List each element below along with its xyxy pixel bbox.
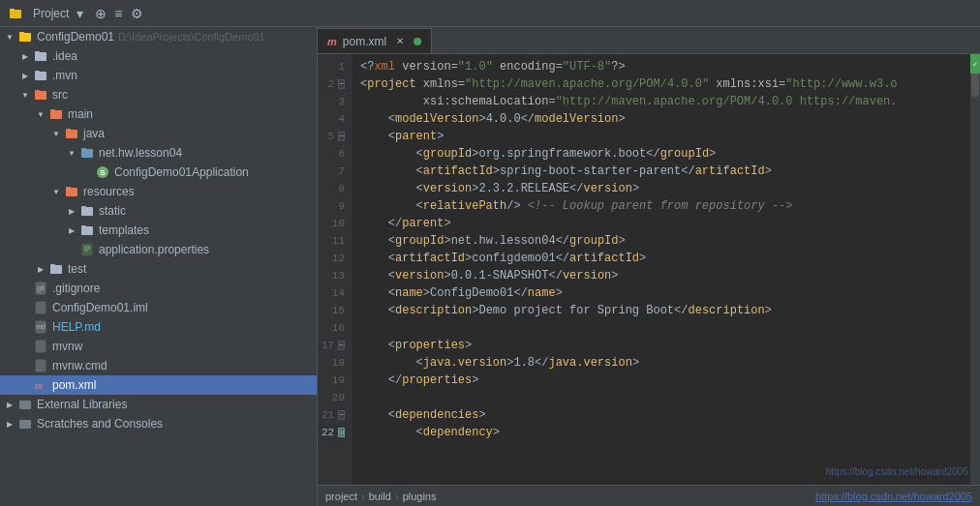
mvn-folder-icon xyxy=(33,68,48,83)
sidebar-root[interactable]: ConfigDemo01 D:\IdeaProjects\ConfigDemo0… xyxy=(0,27,317,46)
scratches-arrow xyxy=(2,416,17,432)
fold-5-icon[interactable]: − xyxy=(338,132,345,141)
app-class-label: ConfigDemo01Application xyxy=(114,165,249,179)
code-line-20 xyxy=(360,389,963,406)
svg-rect-14 xyxy=(81,149,93,158)
static-arrow xyxy=(64,203,79,219)
sidebar-item-main[interactable]: main xyxy=(0,104,317,124)
sidebar-item-app-class[interactable]: S ConfigDemo01Application xyxy=(0,163,317,182)
sidebar-item-templates[interactable]: templates xyxy=(0,221,317,240)
gitignore-label: .gitignore xyxy=(52,282,100,295)
tab-close-icon[interactable]: ✕ xyxy=(396,36,404,46)
sidebar-item-external[interactable]: External Libraries xyxy=(0,395,317,414)
code-line-4: <modelVersion>4.0.0</modelVersion> xyxy=(360,110,963,128)
sidebar-item-src[interactable]: src xyxy=(0,85,317,104)
green-check-icon xyxy=(413,38,421,45)
gutter-4: 4 xyxy=(318,110,347,128)
sidebar-item-test[interactable]: test xyxy=(0,259,317,279)
sidebar-item-iml[interactable]: ConfigDemo01.iml xyxy=(0,298,317,317)
svg-rect-24 xyxy=(82,244,92,255)
watermark-link[interactable]: https://blog.csdn.net/howard2005 xyxy=(815,491,972,502)
svg-rect-13 xyxy=(66,129,71,131)
mvnwcmd-label: mvnw.cmd xyxy=(52,359,107,372)
code-line-7: <artifactId>spring-boot-starter-parent</… xyxy=(360,163,963,180)
code-editor: 1 2− 3 4 5− 6 7 8 9 10 11 12 13 14 15 16 xyxy=(318,54,980,485)
svg-rect-1 xyxy=(10,9,15,11)
status-bar: project › build › plugins https://blog.c… xyxy=(318,485,980,506)
pom-tab[interactable]: m pom.xml ✕ xyxy=(318,28,432,53)
package-icon xyxy=(79,145,95,161)
root-arrow xyxy=(2,29,17,45)
gutter-19: 19 xyxy=(318,372,347,389)
svg-rect-20 xyxy=(81,207,93,216)
svg-rect-21 xyxy=(81,206,86,208)
resources-label: resources xyxy=(83,185,135,198)
mvnw-icon xyxy=(33,339,48,354)
gutter-14: 14 xyxy=(318,284,347,302)
spring-class-icon: S xyxy=(95,164,110,180)
sidebar-item-mvn[interactable]: .mvn xyxy=(0,66,317,85)
app-props-label: application.properties xyxy=(99,243,209,256)
help-label: HELP.md xyxy=(52,320,101,334)
tab-xml-icon: m xyxy=(327,36,337,47)
fold-22-icon[interactable]: ◎ xyxy=(338,428,345,437)
src-arrow xyxy=(17,87,33,103)
gutter-9: 9 xyxy=(318,197,347,215)
templates-folder-icon xyxy=(79,223,95,238)
sidebar-item-gitignore[interactable]: git .gitignore xyxy=(0,279,317,298)
mvnwcmd-icon xyxy=(33,358,48,373)
sidebar-item-pom[interactable]: m pom.xml xyxy=(0,375,317,395)
sidebar-item-java[interactable]: java xyxy=(0,124,317,143)
layout-icon[interactable]: ≡ xyxy=(112,4,124,23)
sidebar-item-app-props[interactable]: application.properties xyxy=(0,240,317,259)
test-arrow xyxy=(33,261,48,277)
code-content[interactable]: <?xml version="1.0" encoding="UTF-8"?> <… xyxy=(352,54,970,485)
svg-rect-8 xyxy=(35,91,46,100)
fold-17-icon[interactable]: − xyxy=(338,341,345,350)
svg-rect-15 xyxy=(81,148,86,150)
green-tick-icon: ✓ xyxy=(970,54,980,74)
svg-text:md: md xyxy=(36,323,46,330)
tab-label: pom.xml xyxy=(343,35,386,48)
mvnw-arrow xyxy=(17,339,33,354)
breadcrumb-plugins: plugins xyxy=(403,491,437,502)
breadcrumb: project › build › plugins xyxy=(325,491,436,502)
external-label: External Libraries xyxy=(37,398,127,411)
gutter-1: 1 xyxy=(318,58,347,75)
gitignore-icon: git xyxy=(33,281,48,296)
sidebar-item-resources[interactable]: resources xyxy=(0,182,317,201)
external-arrow xyxy=(2,397,17,412)
sidebar-item-static[interactable]: static xyxy=(0,201,317,221)
sidebar-item-mvnw[interactable]: mvnw xyxy=(0,337,317,356)
add-icon[interactable]: ⊕ xyxy=(93,4,108,23)
static-folder-icon xyxy=(79,203,95,219)
main-arrow xyxy=(33,106,48,122)
gutter-8: 8 xyxy=(318,180,347,197)
sidebar-item-help[interactable]: md HELP.md xyxy=(0,317,317,337)
svg-rect-4 xyxy=(35,52,46,61)
sidebar-item-scratches[interactable]: Scratches and Consoles xyxy=(0,414,317,433)
src-label: src xyxy=(52,88,68,102)
project-sidebar: ConfigDemo01 D:\IdeaProjects\ConfigDemo0… xyxy=(0,27,318,506)
code-line-3: xsi:schemaLocation="http://maven.apache.… xyxy=(360,93,963,110)
breadcrumb-sep-2: › xyxy=(395,491,399,502)
svg-rect-22 xyxy=(81,226,93,235)
resources-folder-icon xyxy=(64,184,79,199)
breadcrumb-build: build xyxy=(369,491,391,502)
editor-scrollbar[interactable]: ✓ xyxy=(970,54,980,485)
sidebar-item-mvnwcmd[interactable]: mvnw.cmd xyxy=(0,356,317,375)
fold-2-icon[interactable]: − xyxy=(338,79,345,89)
root-path: D:\IdeaProjects\ConfigDemo01 xyxy=(118,31,265,43)
sidebar-item-package[interactable]: net.hw.lesson04 xyxy=(0,143,317,163)
main-label: main xyxy=(68,107,93,121)
package-label: net.hw.lesson04 xyxy=(99,146,182,160)
fold-21-icon[interactable]: − xyxy=(338,410,345,420)
svg-rect-2 xyxy=(19,33,31,42)
breadcrumb-sep-1: › xyxy=(361,491,365,502)
mvnw-label: mvnw xyxy=(52,340,82,353)
dropdown-icon[interactable]: ▾ xyxy=(75,4,85,23)
sidebar-item-idea[interactable]: .idea xyxy=(0,46,317,66)
folder-icon xyxy=(8,6,23,21)
title-bar: Project ▾ ⊕ ≡ ⚙ xyxy=(0,0,980,27)
settings-icon[interactable]: ⚙ xyxy=(129,4,145,23)
